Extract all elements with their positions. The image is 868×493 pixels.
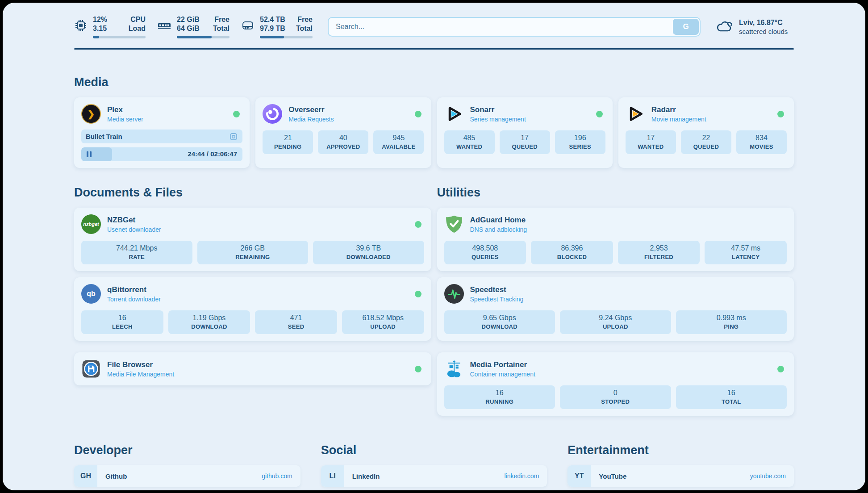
search-input[interactable] [328, 17, 701, 37]
service-title: qBittorrent [107, 285, 161, 294]
qbittorrent-icon: qb [81, 284, 101, 304]
stat-value: 17 [501, 134, 548, 142]
bookmark-linkedin[interactable]: LI LinkedIn linkedin.com [321, 465, 547, 487]
stat-label: QUEUED [501, 143, 548, 150]
bookmark-github[interactable]: GH Github github.com [74, 465, 300, 487]
status-dot [415, 221, 421, 228]
bookmark-name: LinkedIn [352, 472, 380, 480]
stat-tile: 40 APPROVED [318, 130, 368, 154]
service-card-radarr[interactable]: Radarr Movie management 17 WANTED 22 QUE… [618, 97, 794, 168]
service-subtitle: Usenet downloader [107, 226, 161, 233]
service-card-portainer[interactable]: Media Portainer Container management 16 … [437, 352, 794, 416]
stat-tile: 21 PENDING [263, 130, 313, 154]
service-card-filebrowser[interactable]: File Browser Media File Management [74, 352, 431, 385]
section-title-social: Social [321, 443, 547, 457]
status-dot [415, 291, 421, 297]
bookmark-abbr: GH [74, 465, 97, 487]
section-title-media: Media [74, 75, 794, 89]
playback-time: 24:44 / 02:06:47 [188, 150, 237, 158]
stat-value: 196 [557, 134, 604, 142]
service-title: Media Portainer [470, 360, 535, 369]
stat-label: UPLOAD [562, 323, 669, 330]
cpu-load-value: 3.15 [93, 24, 107, 33]
stat-value: 1.19 Gbps [170, 314, 249, 322]
stat-tile: 945 AVAILABLE [373, 130, 424, 154]
stat-tile: 22 QUEUED [681, 130, 731, 154]
status-dot [415, 111, 421, 117]
stat-value: 21 [264, 134, 311, 142]
disk-free-label: Free [296, 15, 313, 24]
status-dot [777, 366, 784, 372]
stat-tile: 2,953 FILTERED [618, 241, 700, 264]
service-card-speedtest[interactable]: Speedtest Speedtest Tracking 9.65 Gbps D… [437, 277, 794, 341]
stat-label: STOPPED [562, 398, 669, 405]
service-card-overseerr[interactable]: Overseerr Media Requests 21 PENDING 40 A… [255, 97, 431, 168]
stat-tile: 485 WANTED [444, 130, 495, 154]
disk-progress-bar [260, 36, 313, 38]
ram-progress-bar [177, 36, 230, 38]
service-subtitle: Torrent downloader [107, 296, 161, 303]
bookmark-abbr: LI [321, 465, 344, 487]
sonarr-icon [444, 104, 464, 124]
ram-icon [157, 19, 171, 32]
stat-label: TOTAL [678, 398, 785, 405]
service-title: AdGuard Home [470, 216, 527, 225]
search-engine-button[interactable]: G [673, 19, 699, 35]
bookmark-url: youtube.com [750, 472, 786, 480]
disk-free-value: 52.4 TB [260, 15, 285, 24]
stat-value: 0.993 ms [678, 314, 785, 322]
ram-stat: 22 GiB 64 GiB Free Total [157, 15, 230, 38]
stat-value: 2,953 [620, 244, 698, 252]
service-subtitle: Media File Management [107, 371, 174, 378]
tv-icon[interactable] [229, 132, 238, 141]
service-card-adguard[interactable]: AdGuard Home DNS and adblocking 498,508 … [437, 208, 794, 271]
service-card-sonarr[interactable]: Sonarr Series management 485 WANTED 17 Q… [437, 97, 613, 168]
stat-value: 40 [320, 134, 367, 142]
stat-label: QUERIES [446, 254, 525, 260]
status-dot [415, 366, 421, 372]
disk-total-value: 97.9 TB [260, 24, 285, 33]
stat-tile: 0 STOPPED [560, 385, 671, 409]
service-subtitle: DNS and adblocking [470, 226, 527, 233]
stat-tile: 618.52 Mbps UPLOAD [342, 310, 424, 334]
service-card-plex[interactable]: ❯ Plex Media server Bullet Train [74, 97, 250, 168]
weather-location-temp: Lviv, 16.87°C [739, 19, 788, 27]
service-card-qbittorrent[interactable]: qb qBittorrent Torrent downloader 16 LEE… [74, 277, 431, 341]
stat-tile: 1.19 Gbps DOWNLOAD [168, 310, 250, 334]
stat-value: 39.6 TB [315, 244, 422, 252]
overseerr-icon [263, 104, 282, 124]
adguard-icon [444, 214, 464, 234]
stat-tile: 86,396 BLOCKED [531, 241, 613, 264]
stat-tile: 196 SERIES [555, 130, 605, 154]
stat-tile: 266 GB REMAINING [197, 241, 309, 264]
stat-label: REMAINING [199, 254, 307, 260]
service-title: Speedtest [470, 285, 524, 294]
cloud-icon [716, 19, 734, 34]
stat-value: 9.24 Gbps [562, 314, 669, 322]
service-card-nzbget[interactable]: nzbget NZBGet Usenet downloader 744.21 M… [74, 208, 431, 271]
cpu-icon [74, 19, 88, 32]
topbar-divider [74, 48, 794, 50]
nzbget-icon: nzbget [81, 214, 101, 234]
section-title-utilities: Utilities [437, 186, 794, 200]
stat-value: 266 GB [199, 244, 307, 252]
cpu-progress-fill [93, 36, 99, 38]
bookmark-youtube[interactable]: YT YouTube youtube.com [568, 465, 794, 487]
weather-widget: Lviv, 16.87°C scattered clouds [716, 19, 794, 35]
stat-label: APPROVED [320, 143, 367, 150]
cpu-progress-bar [93, 36, 146, 38]
bookmark-name: Github [105, 472, 127, 480]
bookmark-group-social: Social LI LinkedIn linkedin.com TW Twitt… [321, 443, 547, 490]
cpu-usage-value: 12% [93, 15, 107, 24]
bookmark-group-entertainment: Entertainment YT YouTube youtube.com NF … [568, 443, 794, 490]
media-card-row: ❯ Plex Media server Bullet Train [74, 97, 794, 168]
status-dot [233, 111, 240, 117]
stat-tile: 17 WANTED [626, 130, 676, 154]
stat-value: 0 [562, 389, 669, 397]
disk-stat: 52.4 TB 97.9 TB Free Total [241, 15, 313, 38]
plex-icon: ❯ [81, 104, 101, 124]
weather-condition: scattered clouds [739, 28, 788, 35]
ram-progress-fill [177, 36, 212, 38]
status-dot [777, 111, 784, 117]
bookmark-url: github.com [262, 472, 292, 480]
